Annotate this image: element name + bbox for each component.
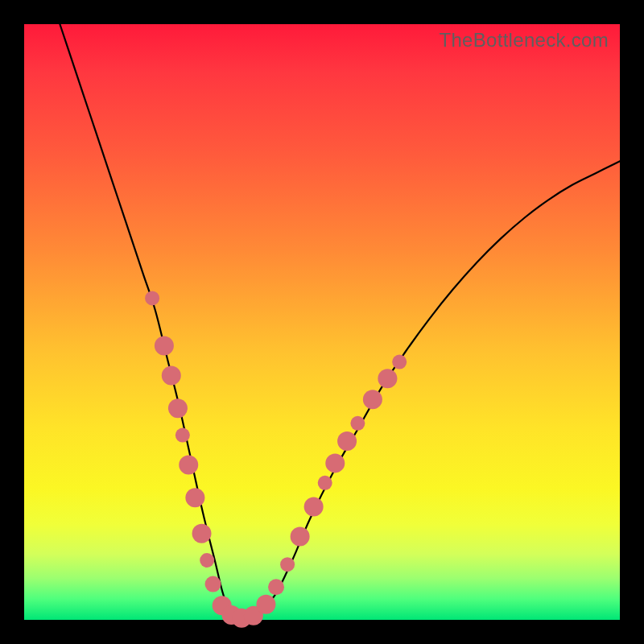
curve-marker <box>350 416 365 431</box>
curve-marker <box>256 595 275 614</box>
curve-marker <box>280 557 295 572</box>
plot-area: TheBottleneck.com <box>24 24 620 620</box>
curve-marker <box>192 524 212 543</box>
curve-marker <box>155 336 174 356</box>
curve-marker <box>318 476 332 490</box>
curve-marker <box>185 488 204 507</box>
curve-marker <box>392 355 407 369</box>
curve-marker <box>179 456 198 475</box>
curve-marker <box>205 576 221 592</box>
curve-marker <box>304 497 324 516</box>
curve-marker <box>325 453 345 473</box>
curve-marker <box>291 526 310 546</box>
curve-marker <box>200 553 214 568</box>
curve-markers <box>145 291 407 627</box>
bottleneck-curve-path <box>60 24 620 618</box>
curve-marker <box>162 366 181 386</box>
curve-marker <box>268 579 284 595</box>
curve-marker <box>175 428 190 443</box>
curve-marker <box>363 390 382 409</box>
curve-marker <box>145 291 159 305</box>
curve-marker <box>378 369 397 388</box>
chart-frame: TheBottleneck.com <box>0 0 644 644</box>
curve-marker <box>337 431 357 451</box>
bottleneck-curve-svg <box>24 24 620 620</box>
curve-marker <box>168 398 188 418</box>
